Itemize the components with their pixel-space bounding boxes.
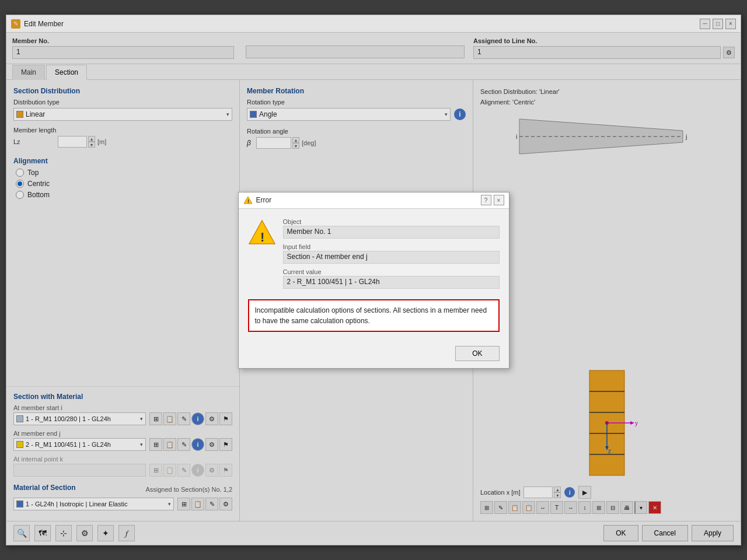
object-label: Object: [283, 218, 500, 225]
warning-icon: !: [248, 218, 276, 246]
input-field-label: Input field: [283, 243, 500, 250]
current-value-label: Current value: [283, 268, 500, 275]
current-value-field: Current value 2 - R_M1 100/451 | 1 - GL2…: [283, 268, 500, 289]
dialog-fields: Object Member No. 1 Input field Section …: [283, 218, 500, 290]
dialog-title-text: Error: [256, 196, 272, 204]
input-field-field: Input field Section - At member end j: [283, 243, 500, 264]
object-field: Object Member No. 1: [283, 218, 500, 239]
dialog-body: ! Object Member No. 1 Input field Sectio…: [239, 209, 509, 341]
dialog-overlay: ! Error ? × !: [6, 15, 741, 545]
error-dialog-icon: !: [243, 195, 253, 205]
error-message-box: Incompatible calculation options of sect…: [248, 299, 500, 332]
dialog-title-left: ! Error: [243, 195, 272, 205]
dialog-title-bar: ! Error ? ×: [239, 192, 509, 209]
dialog-close-btn[interactable]: ×: [494, 195, 504, 205]
svg-text:!: !: [260, 230, 264, 244]
input-field-value: Section - At member end j: [283, 251, 500, 264]
dialog-ok-button[interactable]: OK: [455, 346, 499, 361]
main-window: ✎ Edit Member ─ □ × Member No. 1 Assigne…: [6, 15, 741, 545]
current-value-text: 2 - R_M1 100/451 | 1 - GL24h: [283, 276, 500, 289]
error-message-text: Incompatible calculation options of sect…: [255, 306, 487, 325]
dialog-top-row: ! Object Member No. 1 Input field Sectio…: [248, 218, 500, 290]
error-dialog: ! Error ? × !: [238, 192, 509, 369]
dialog-help-btn[interactable]: ?: [481, 195, 491, 205]
dialog-footer: OK: [239, 341, 509, 368]
dialog-controls: ? ×: [481, 195, 504, 205]
svg-text:!: !: [247, 198, 249, 204]
object-value: Member No. 1: [283, 226, 500, 239]
